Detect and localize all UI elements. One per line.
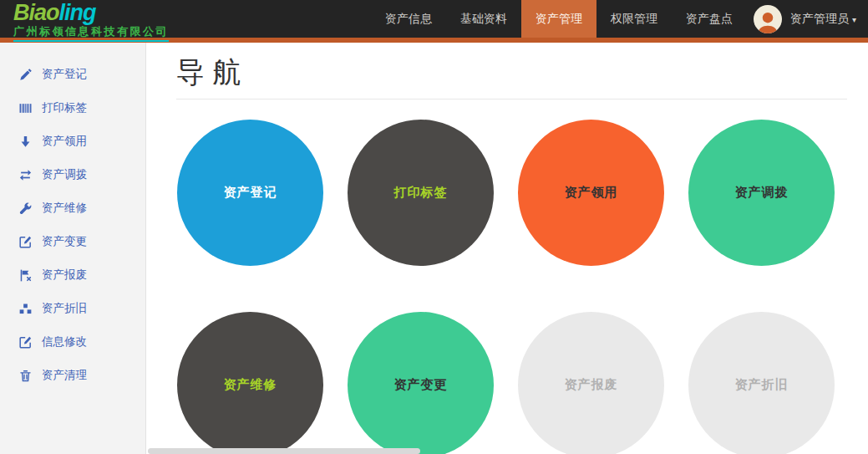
sidebar-item-label: 资产变更 <box>42 234 87 249</box>
chevron-down-icon: ▾ <box>852 15 856 24</box>
horizontal-scrollbar[interactable] <box>148 448 420 454</box>
sidebar-item[interactable]: 信息修改 <box>0 325 145 359</box>
sidebar-item-label: 资产调拨 <box>42 167 87 182</box>
nav-circle[interactable]: 资产维修 <box>177 312 323 454</box>
nav-circle[interactable]: 打印标签 <box>348 120 494 266</box>
wrench-icon <box>18 202 33 215</box>
header-spacer <box>190 0 371 38</box>
brand-company-name: 广州标领信息科技有限公司 <box>13 24 169 42</box>
brand-wordmark: Biaoling <box>13 2 190 23</box>
user-menu[interactable]: 资产管理员▾ <box>790 12 856 27</box>
sidebar-item[interactable]: 资产登记 <box>0 58 145 91</box>
sidebar-item-label: 打印标签 <box>42 100 87 115</box>
nav-tab[interactable]: 资产管理 <box>521 0 596 38</box>
sidebar-item-label: 资产折旧 <box>42 301 87 316</box>
user-avatar[interactable] <box>754 5 782 33</box>
nav-circle[interactable]: 资产领用 <box>518 120 664 266</box>
user-name-label: 资产管理员 <box>790 12 849 25</box>
sidebar-item[interactable]: 资产维修 <box>0 191 145 225</box>
edit-icon <box>18 236 33 248</box>
nav-tab[interactable]: 基础资料 <box>446 0 521 38</box>
trash-icon <box>18 370 33 382</box>
sidebar-item-label: 资产清理 <box>42 368 87 383</box>
nav-circle[interactable]: 资产登记 <box>177 120 323 266</box>
sidebar-item[interactable]: 资产变更 <box>0 225 145 258</box>
nav-tab[interactable]: 资产信息 <box>371 0 446 38</box>
sidebar-item-label: 资产登记 <box>42 67 87 82</box>
edit-icon <box>18 336 33 349</box>
top-header: Biaoling 广州标领信息科技有限公司 资产信息基础资料资产管理权限管理资产… <box>0 0 868 43</box>
sidebar-item[interactable]: 资产调拨 <box>0 158 145 191</box>
sidebar-item[interactable]: 资产报废 <box>0 258 145 292</box>
exchange-icon <box>18 169 33 181</box>
flag-x-icon <box>18 269 33 282</box>
arrow-down-icon <box>18 135 33 148</box>
nav-circle[interactable]: 资产变更 <box>348 312 494 454</box>
sidebar-item-label: 资产报废 <box>42 268 87 283</box>
sidebar-item-label: 信息修改 <box>42 334 87 349</box>
nav-circle[interactable]: 资产调拨 <box>688 120 835 266</box>
main-content: 导 航 资产登记打印标签资产领用资产调拨资产维修资产变更资产报废资产折旧 <box>146 43 868 454</box>
sidebar-item[interactable]: 资产清理 <box>0 359 145 392</box>
sidebar-item[interactable]: 资产折旧 <box>0 292 145 325</box>
nav-circle-grid: 资产登记打印标签资产领用资产调拨资产维修资产变更资产报废资产折旧 <box>177 120 868 454</box>
user-area: 资产管理员▾ <box>747 0 868 38</box>
brand-wordmark-part2: ling <box>59 0 96 25</box>
sidebar: 资产登记打印标签资产领用资产调拨资产维修资产变更资产报废资产折旧信息修改资产清理 <box>0 43 146 454</box>
nav-circle[interactable]: 资产报废 <box>518 312 664 454</box>
sidebar-item-label: 资产维修 <box>42 201 87 216</box>
sidebar-menu: 资产登记打印标签资产领用资产调拨资产维修资产变更资产报废资产折旧信息修改资产清理 <box>0 58 145 392</box>
nav-tab[interactable]: 权限管理 <box>596 0 672 38</box>
nav-circle[interactable]: 资产折旧 <box>688 312 835 454</box>
nav-tab[interactable]: 资产盘点 <box>672 0 747 38</box>
sidebar-item[interactable]: 资产领用 <box>0 125 145 158</box>
page-title: 导 航 <box>176 56 868 89</box>
pencil-icon <box>18 69 33 81</box>
sidebar-item[interactable]: 打印标签 <box>0 91 145 125</box>
top-nav: 资产信息基础资料资产管理权限管理资产盘点 <box>371 0 747 38</box>
cubes-icon <box>18 303 33 315</box>
brand-logo[interactable]: Biaoling 广州标领信息科技有限公司 <box>0 0 190 38</box>
sidebar-item-label: 资产领用 <box>42 134 87 149</box>
brand-wordmark-part1: Biao <box>13 0 59 25</box>
barcode-icon <box>18 102 33 115</box>
title-divider <box>176 99 847 99</box>
